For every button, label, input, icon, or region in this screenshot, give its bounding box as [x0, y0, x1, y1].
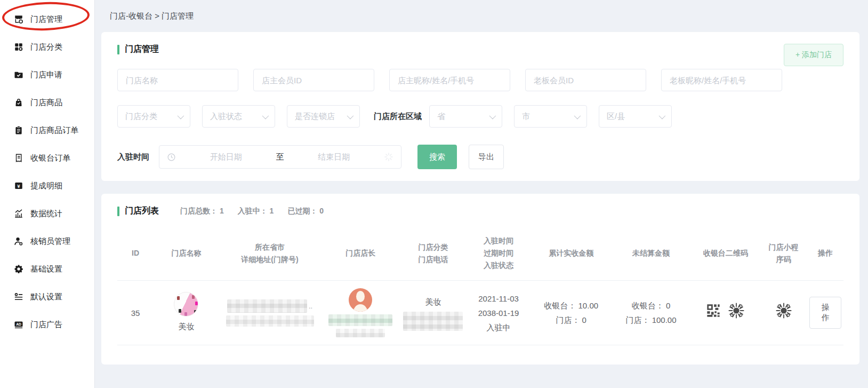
cell-received: 收银台： 10.00 门店： 0 [531, 281, 611, 345]
cashier-miniprogram-code-icon[interactable] [727, 302, 745, 324]
join-time-label: 入驻时间 [117, 152, 149, 162]
chevron-down-icon [347, 112, 354, 119]
sidebar-item-label: 默认设置 [30, 292, 62, 302]
sidebar-item-basic-settings[interactable]: 基础设置 [0, 255, 94, 283]
store-miniprogram-code-icon[interactable] [775, 312, 793, 321]
chain-store-select[interactable]: 是否连锁店 [287, 105, 360, 128]
store-management-card: 门店管理 + 添加门店 门店分类 入驻状态 是否连锁店 门店所在区域 [101, 32, 859, 181]
received-cashier: 收银台： 10.00 [533, 298, 609, 313]
sidebar-item-commission-details[interactable]: ¥ 提成明细 [0, 172, 94, 200]
store-name-text: 美妆 [178, 319, 194, 334]
boss-nickname-input[interactable] [661, 69, 782, 91]
store-name-input[interactable] [117, 69, 238, 91]
store-avatar [174, 292, 198, 316]
export-button[interactable]: 导出 [469, 145, 504, 169]
category-text: 美妆 [425, 295, 441, 309]
header-received: 累计实收金额 [531, 226, 611, 281]
stat-total: 门店总数： 1 [180, 207, 224, 216]
sidebar-item-store-goods[interactable]: 门店商品 [0, 89, 94, 116]
manager-avatar-icon [349, 288, 372, 312]
header-manager: 门店店长 [320, 226, 400, 281]
header-store-name: 门店名称 [154, 226, 219, 281]
district-select[interactable]: 区/县 [599, 105, 672, 128]
sidebar-item-store-goods-orders[interactable]: 门店商品订单 [0, 116, 94, 144]
stat-active: 入驻中： 1 [238, 207, 274, 216]
sidebar-item-default-settings[interactable]: 默认设置 [0, 283, 94, 311]
cell-store-name: 美妆 [154, 281, 219, 345]
select-placeholder: 市 [522, 112, 530, 122]
grid-icon [14, 42, 23, 52]
section-title-row: 门店管理 [117, 44, 843, 55]
header-category-phone: 门店分类 门店电话 [400, 226, 466, 281]
expire-date: 2038-01-19 [468, 306, 529, 320]
sidebar-item-cashier-orders[interactable]: 收银台订单 [0, 144, 94, 172]
svg-text:¥: ¥ [17, 183, 20, 189]
sidebar-item-store-management[interactable]: 门店管理 [0, 5, 94, 33]
sidebar-item-store-application[interactable]: 门店申请 [0, 61, 94, 89]
city-select[interactable]: 市 [514, 105, 587, 128]
receipt-icon [14, 153, 23, 163]
sidebar-item-label: 门店商品订单 [30, 125, 78, 136]
gear-icon [14, 264, 23, 274]
region-label: 门店所在区域 [374, 112, 422, 122]
section-title: 门店管理 [125, 44, 159, 55]
store-category-select[interactable]: 门店分类 [117, 105, 190, 128]
select-placeholder: 是否连锁店 [295, 112, 335, 122]
cell-actions: 操作 [807, 281, 843, 345]
header-address: 所在省市 详细地址(门牌号) [219, 226, 321, 281]
censored-address-line1 [227, 299, 307, 313]
owner-nickname-input[interactable] [389, 69, 510, 91]
filter-row-3: 入驻时间 开始日期 至 结束日期 搜索 导出 [117, 145, 843, 169]
cashier-qr-code-icon[interactable] [706, 303, 721, 322]
censored-phone [403, 312, 463, 331]
loading-spinner-icon [384, 152, 393, 162]
cell-join-status: 2021-11-03 2038-01-19 入驻中 [466, 281, 532, 345]
header-join-status: 入驻时间 过期时间 入驻状态 [466, 226, 532, 281]
sidebar-item-store-ads[interactable]: AD 门店广告 [0, 311, 94, 338]
cell-category-phone: 美妆 [400, 281, 466, 345]
cell-id: 35 [117, 281, 154, 345]
censored-manager-extra [336, 329, 385, 337]
sidebar-item-verifier-management[interactable]: 核销员管理 [0, 227, 94, 255]
date-range-input[interactable]: 开始日期 至 结束日期 [159, 145, 401, 169]
sidebar: 门店管理 门店分类 门店申请 门店商品 门店商品订单 收银台订单 ¥ 提成明细 … [0, 0, 95, 388]
folder-check-icon [14, 70, 23, 80]
join-date: 2021-11-03 [468, 291, 529, 306]
row-action-button[interactable]: 操作 [809, 297, 841, 329]
header-id: ID [117, 226, 154, 281]
settle-status-select[interactable]: 入驻状态 [202, 105, 275, 128]
header-actions: 操作 [807, 226, 843, 281]
chevron-down-icon [659, 112, 666, 119]
list-title: 门店列表 [125, 205, 159, 217]
filter-row-1 [117, 69, 843, 91]
add-store-button[interactable]: + 添加门店 [784, 44, 843, 66]
sidebar-item-label: 基础设置 [30, 264, 62, 274]
owner-member-id-input[interactable] [253, 69, 374, 91]
cell-unsettled: 收银台： 0 门店： 100.00 [611, 281, 691, 345]
sidebar-item-data-statistics[interactable]: 数据统计 [0, 200, 94, 227]
green-accent-bar [117, 45, 119, 54]
header-unsettled: 未结算金额 [611, 226, 691, 281]
province-select[interactable]: 省 [429, 105, 502, 128]
sidebar-item-label: 数据统计 [30, 209, 62, 219]
search-button[interactable]: 搜索 [417, 145, 457, 169]
censored-manager-name [328, 314, 392, 326]
sidebar-item-label: 核销员管理 [30, 236, 70, 247]
select-placeholder: 区/县 [607, 112, 625, 122]
boss-member-id-input[interactable] [525, 69, 646, 91]
sidebar-item-store-category[interactable]: 门店分类 [0, 33, 94, 61]
cell-miniprogram-qr [760, 281, 807, 345]
list-title-row: 门店列表 门店总数： 1 入驻中： 1 已过期： 0 [117, 205, 843, 217]
yen-card-icon: ¥ [14, 181, 23, 191]
unsettled-store: 门店： 100.00 [613, 313, 689, 327]
address-ellipsis: .. [309, 300, 312, 312]
header-cashier-qr: 收银台二维码 [691, 226, 760, 281]
store-stats: 门店总数： 1 入驻中： 1 已过期： 0 [180, 207, 324, 216]
start-date-placeholder: 开始日期 [176, 152, 276, 162]
store-table: ID 门店名称 所在省市 详细地址(门牌号) 门店店长 门店分类 门店电话 入驻… [117, 226, 843, 345]
select-placeholder: 省 [437, 112, 445, 122]
received-store: 门店： 0 [533, 313, 609, 327]
table-header-row: ID 门店名称 所在省市 详细地址(门牌号) 门店店长 门店分类 门店电话 入驻… [117, 226, 843, 281]
sidebar-item-label: 门店商品 [30, 98, 62, 108]
chevron-down-icon [262, 112, 269, 119]
